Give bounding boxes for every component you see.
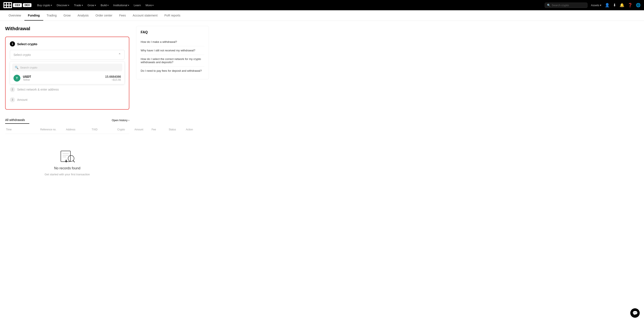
main-content: Withdrawal 1 Select crypto Select crypto…	[0, 21, 644, 190]
all-withdrawals-tab[interactable]: All withdrawals	[5, 116, 25, 123]
chevron-down-icon: ▾	[95, 4, 96, 6]
svg-line-12	[73, 160, 74, 162]
crypto-list-item[interactable]: T USDT Tether 15.6684086 ≈$15.66	[10, 72, 124, 84]
usdt-icon: T	[14, 75, 20, 82]
nav-trade[interactable]: Trade ▾	[72, 0, 85, 10]
nav-grow[interactable]: Grow ▾	[86, 0, 98, 10]
nav-discover[interactable]: Discover ▾	[54, 0, 72, 10]
step1-label: Select crypto	[17, 42, 37, 46]
usdt-amount: 15.6684086	[105, 75, 121, 78]
step3-badge: 3	[10, 97, 15, 102]
subnav-grow[interactable]: Grow	[60, 10, 74, 20]
subnav-por-reports[interactable]: PoR reports	[161, 10, 184, 20]
svg-point-13	[65, 160, 67, 162]
nav-institutional[interactable]: Institutional ▾	[111, 0, 131, 10]
table-header: Time Reference no. Address TXID Crypto A…	[5, 126, 129, 134]
crypto-dropdown-panel: 🔍 T USDT Tether 15.6684086 ≈$15.66	[10, 61, 124, 84]
history-section: All withdrawals Open history › Time Refe…	[5, 116, 129, 184]
page-title: Withdrawal	[5, 26, 129, 32]
usdt-fullname: Tether	[23, 78, 102, 81]
chevron-down-icon: ▾	[108, 4, 108, 6]
nav-items: Buy crypto ▾ Discover ▾ Trade ▾ Grow ▾ B…	[35, 0, 544, 10]
step3-label: Amount	[17, 98, 28, 102]
select-crypto-button[interactable]: Select crypto ⌃	[10, 50, 124, 60]
dex-button[interactable]: DEX	[23, 3, 32, 7]
usdt-info: USDT Tether	[23, 75, 102, 81]
subnav-fees[interactable]: Fees	[116, 10, 129, 20]
search-icon: 🔍	[547, 4, 550, 7]
search-input[interactable]	[552, 4, 585, 7]
chevron-down-icon: ▾	[152, 4, 154, 6]
col-ref: Reference no.	[40, 128, 65, 131]
faq-item-1[interactable]: How do I make a withdrawal?	[141, 38, 204, 46]
svg-rect-6	[10, 6, 11, 7]
svg-rect-3	[10, 3, 11, 5]
chevron-down-icon: ▾	[82, 4, 83, 6]
chevron-down-icon: ▾	[68, 4, 69, 6]
step2-badge: 2	[10, 87, 15, 92]
left-section: Withdrawal 1 Select crypto Select crypto…	[5, 26, 129, 184]
logo-area: CEX DEX	[4, 2, 32, 8]
cex-button[interactable]: CEX	[13, 3, 22, 7]
col-crypto: Crypto	[116, 128, 134, 131]
no-records-text: No records found	[54, 166, 80, 170]
step2-placeholder: 2 Select network & enter address	[10, 84, 124, 95]
history-tabs: All withdrawals	[5, 116, 29, 124]
search-box[interactable]: 🔍	[545, 2, 588, 8]
usdt-symbol: USDT	[23, 75, 102, 78]
faq-card: FAQ How do I make a withdrawal? Why have…	[136, 26, 209, 80]
help-icon[interactable]: ❓	[628, 3, 632, 8]
subnav-overview[interactable]: Overview	[5, 10, 24, 20]
usdt-usd-value: ≈$15.66	[105, 78, 121, 81]
step2-label: Select network & enter address	[17, 88, 59, 91]
user-icon[interactable]: 👤	[605, 3, 610, 8]
step1-badge: 1	[10, 41, 15, 46]
sub-navigation: Overview Funding Trading Grow Analysis O…	[0, 10, 644, 21]
globe-icon[interactable]: 🌐	[636, 3, 640, 8]
subnav-order-center[interactable]: Order center	[92, 10, 116, 20]
svg-rect-2	[7, 3, 8, 5]
chevron-down-icon: ▾	[600, 4, 602, 7]
subnav-account-statement[interactable]: Account statement	[129, 10, 161, 20]
select-crypto-placeholder: Select crypto	[14, 53, 31, 56]
bell-icon[interactable]: 🔔	[620, 3, 624, 8]
crypto-search-input[interactable]	[20, 66, 120, 69]
right-section: FAQ How do I make a withdrawal? Why have…	[136, 26, 209, 184]
nav-more[interactable]: More ▾	[144, 0, 156, 10]
withdrawal-form-card: 1 Select crypto Select crypto ⌃ 🔍 T USDT	[5, 36, 129, 110]
step3-placeholder: 3 Amount	[10, 95, 124, 105]
nav-right: 🔍 Assets ▾ 👤 ⬇ 🔔 ❓ 🌐	[545, 2, 640, 8]
col-address: Address	[65, 128, 91, 131]
faq-item-3[interactable]: How do I select the correct network for …	[141, 55, 204, 66]
chevron-right-icon: ›	[128, 118, 129, 122]
crypto-search-wrap[interactable]: 🔍	[12, 64, 122, 71]
chevron-up-icon: ⌃	[118, 53, 121, 57]
no-records-icon	[59, 147, 76, 164]
chevron-down-icon: ▾	[51, 4, 52, 6]
nav-learn[interactable]: Learn	[132, 0, 143, 10]
usdt-balance: 15.6684086 ≈$15.66	[105, 75, 121, 81]
top-navigation: CEX DEX Buy crypto ▾ Discover ▾ Trade ▾ …	[0, 0, 644, 10]
assets-button[interactable]: Assets ▾	[591, 4, 602, 7]
svg-rect-5	[7, 6, 8, 7]
download-icon[interactable]: ⬇	[613, 3, 616, 8]
search-icon: 🔍	[15, 66, 18, 69]
subnav-funding[interactable]: Funding	[24, 10, 43, 20]
svg-rect-1	[4, 3, 6, 5]
chevron-down-icon: ▾	[128, 4, 129, 6]
svg-rect-4	[4, 6, 6, 7]
faq-item-2[interactable]: Why have I still not received my withdra…	[141, 46, 204, 55]
step1-header: 1 Select crypto	[10, 41, 124, 46]
no-records-sub: Get started with your first transaction	[44, 173, 90, 176]
col-txid: TXID	[91, 128, 116, 131]
history-header: All withdrawals Open history ›	[5, 116, 129, 124]
open-history-button[interactable]: Open history ›	[112, 118, 129, 122]
subnav-trading[interactable]: Trading	[43, 10, 60, 20]
okx-logo[interactable]	[4, 2, 12, 8]
subnav-analysis[interactable]: Analysis	[74, 10, 92, 20]
no-records-section: No records found Get started with your f…	[5, 134, 129, 184]
nav-buy-crypto[interactable]: Buy crypto ▾	[35, 0, 54, 10]
faq-item-4[interactable]: Do I need to pay fees for deposit and wi…	[141, 66, 204, 75]
col-time: Time	[5, 128, 40, 131]
nav-build[interactable]: Build ▾	[98, 0, 111, 10]
